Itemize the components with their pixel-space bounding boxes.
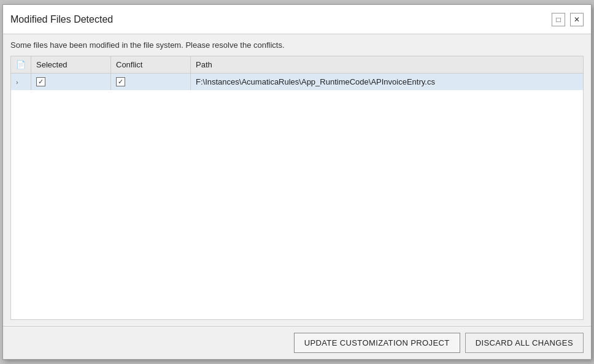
expand-arrow-icon[interactable]: › <box>16 78 18 86</box>
col-header-expander: 📄 <box>11 56 31 74</box>
update-customization-button[interactable]: UPDATE CUSTOMIZATION PROJECT <box>294 333 460 353</box>
dialog: Modified Files Detected □ ✕ Some files h… <box>2 4 592 360</box>
subtitle-text: Some files have been modified in the fil… <box>10 40 584 50</box>
dialog-footer: UPDATE CUSTOMIZATION PROJECT DISCARD ALL… <box>3 326 591 359</box>
title-controls: □ ✕ <box>552 13 584 26</box>
col-header-selected: Selected <box>31 56 111 74</box>
dialog-body: Some files have been modified in the fil… <box>3 34 591 326</box>
table-row: ›✓✓F:\Instances\AcumaticaRules\App_Runti… <box>11 74 583 91</box>
col-header-path-label: Path <box>196 60 212 69</box>
table-header-row: 📄 Selected Conflict Path <box>11 56 583 74</box>
row-selected-cell: ✓ <box>31 74 111 91</box>
close-button[interactable]: ✕ <box>570 13 584 26</box>
selected-checkbox[interactable]: ✓ <box>36 77 45 86</box>
col-header-conflict-label: Conflict <box>116 60 142 69</box>
title-bar: Modified Files Detected □ ✕ <box>3 5 591 34</box>
dialog-title: Modified Files Detected <box>10 14 113 25</box>
col-header-path: Path <box>191 56 584 74</box>
discard-all-changes-button[interactable]: DISCARD ALL CHANGES <box>465 333 584 353</box>
table-body: ›✓✓F:\Instances\AcumaticaRules\App_Runti… <box>11 74 583 91</box>
conflict-checkbox[interactable]: ✓ <box>116 77 125 86</box>
col-header-conflict: Conflict <box>111 56 191 74</box>
files-table-container: 📄 Selected Conflict Path <box>10 56 584 320</box>
row-path-cell: F:\Instances\AcumaticaRules\App_RuntimeC… <box>191 74 584 91</box>
row-conflict-cell: ✓ <box>111 74 191 91</box>
row-expander[interactable]: › <box>11 74 31 91</box>
files-table: 📄 Selected Conflict Path <box>11 56 583 90</box>
header-file-icon: 📄 <box>16 60 26 69</box>
minimize-button[interactable]: □ <box>552 13 565 26</box>
col-header-selected-label: Selected <box>36 60 68 69</box>
